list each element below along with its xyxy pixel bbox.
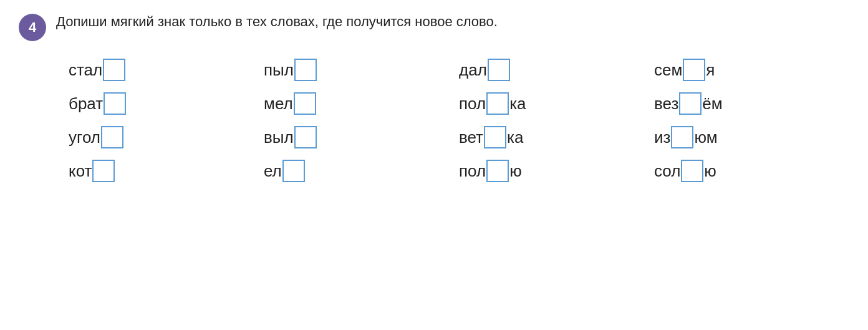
- soft-sign-box[interactable]: [294, 59, 317, 81]
- word-column-4: сем я вез ём из юм сол ю: [654, 59, 849, 182]
- task-header: 4 Допиши мягкий знак только в тех словах…: [19, 12, 849, 41]
- word-before: кот: [69, 162, 92, 181]
- list-item: вет ка: [459, 126, 654, 148]
- soft-sign-box[interactable]: [484, 126, 506, 148]
- word-before: пол: [459, 94, 486, 114]
- soft-sign-box[interactable]: [488, 59, 510, 81]
- word-before: брат: [69, 94, 103, 114]
- word-column-2: пыл мел выл ел: [264, 59, 459, 182]
- soft-sign-box[interactable]: [681, 160, 703, 182]
- words-grid: стал брат угол кот пыл: [19, 59, 849, 182]
- list-item: угол: [69, 126, 264, 148]
- word-after: ём: [702, 94, 722, 114]
- list-item: дал: [459, 59, 654, 81]
- task-number: 4: [19, 14, 46, 41]
- soft-sign-box[interactable]: [486, 92, 509, 115]
- word-column-3: дал пол ка вет ка пол ю: [459, 59, 654, 182]
- list-item: ел: [264, 160, 459, 182]
- word-before: из: [654, 128, 670, 147]
- soft-sign-box[interactable]: [294, 126, 317, 148]
- soft-sign-box[interactable]: [683, 59, 705, 81]
- word-after: я: [706, 61, 715, 80]
- list-item: кот: [69, 160, 264, 182]
- word-after: ка: [509, 94, 526, 114]
- word-column-1: стал брат угол кот: [69, 59, 264, 182]
- word-before: угол: [69, 128, 100, 147]
- word-before: мел: [264, 94, 293, 114]
- word-before: сол: [654, 162, 680, 181]
- soft-sign-box[interactable]: [282, 160, 305, 182]
- soft-sign-box[interactable]: [294, 92, 316, 115]
- word-before: сем: [654, 61, 682, 80]
- soft-sign-box[interactable]: [104, 92, 126, 115]
- list-item: из юм: [654, 126, 849, 148]
- word-after: ю: [704, 162, 716, 181]
- soft-sign-box[interactable]: [92, 160, 115, 182]
- word-before: вет: [459, 128, 483, 147]
- list-item: вез ём: [654, 92, 849, 115]
- word-after: юм: [694, 128, 717, 147]
- word-before: пыл: [264, 61, 294, 80]
- soft-sign-box[interactable]: [486, 160, 509, 182]
- list-item: мел: [264, 92, 459, 115]
- list-item: пол ка: [459, 92, 654, 115]
- word-before: дал: [459, 61, 487, 80]
- list-item: сем я: [654, 59, 849, 81]
- word-before: вез: [654, 94, 678, 114]
- soft-sign-box[interactable]: [101, 126, 123, 148]
- word-after: ка: [507, 128, 523, 147]
- soft-sign-box[interactable]: [671, 126, 693, 148]
- task-container: 4 Допиши мягкий знак только в тех словах…: [19, 12, 849, 182]
- task-instruction: Допиши мягкий знак только в тех словах, …: [56, 12, 498, 32]
- word-before: пол: [459, 162, 486, 181]
- word-after: ю: [509, 162, 522, 181]
- word-before: выл: [264, 128, 294, 147]
- list-item: стал: [69, 59, 264, 81]
- soft-sign-box[interactable]: [103, 59, 125, 81]
- list-item: пол ю: [459, 160, 654, 182]
- list-item: пыл: [264, 59, 459, 81]
- list-item: брат: [69, 92, 264, 115]
- soft-sign-box[interactable]: [679, 92, 702, 115]
- list-item: выл: [264, 126, 459, 148]
- list-item: сол ю: [654, 160, 849, 182]
- word-before: стал: [69, 61, 102, 80]
- word-before: ел: [264, 162, 282, 181]
